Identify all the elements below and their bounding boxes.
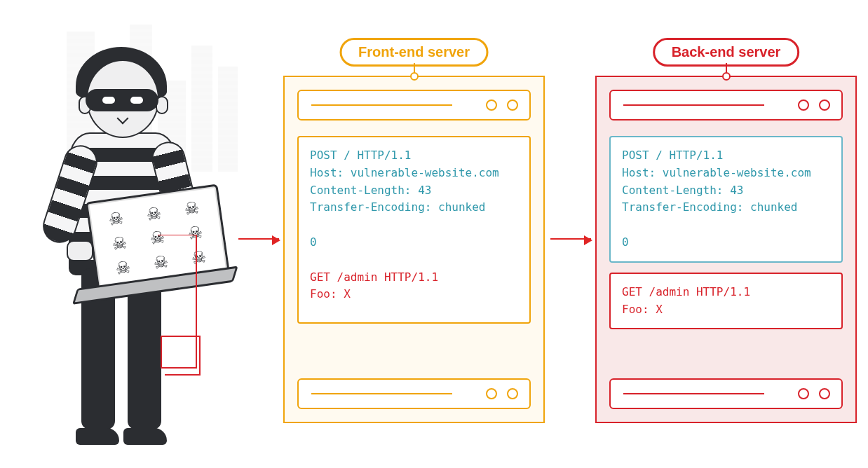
attacker: ☠☠☠ ☠☠☠ ☠☠☠ [11,4,249,459]
server-slot [297,90,531,121]
server-slot [609,378,843,409]
diagram: ☠☠☠ ☠☠☠ ☠☠☠ Front-end server POST / HTTP… [0,0,868,468]
skull-icon: ☠☠☠ ☠☠☠ ☠☠☠ [96,194,220,282]
frontend-label: Front-end server [339,38,489,67]
backend-parsed-first: POST / HTTP/1.1 Host: vulnerable-website… [609,136,843,263]
backend-server: Back-end server POST / HTTP/1.1 Host: vu… [595,76,857,423]
backend-parsed-second: GET /admin HTTP/1.1 Foo: X [609,273,843,330]
hacker-figure: ☠☠☠ ☠☠☠ ☠☠☠ [35,60,217,452]
arrow-frontend-to-backend [550,238,591,240]
request-body-smuggled: GET /admin HTTP/1.1 Foo: X [310,270,438,301]
frontend-server: Front-end server POST / HTTP/1.1 Host: v… [283,76,545,423]
frontend-request: POST / HTTP/1.1 Host: vulnerable-website… [297,136,531,324]
server-slot [297,378,531,409]
arrow-attacker-to-frontend [238,238,279,240]
request-body-normal: POST / HTTP/1.1 Host: vulnerable-website… [310,149,499,249]
backend-label: Back-end server [653,38,800,67]
attacker-laptop: ☠☠☠ ☠☠☠ ☠☠☠ [86,184,230,292]
server-slot [609,90,843,121]
